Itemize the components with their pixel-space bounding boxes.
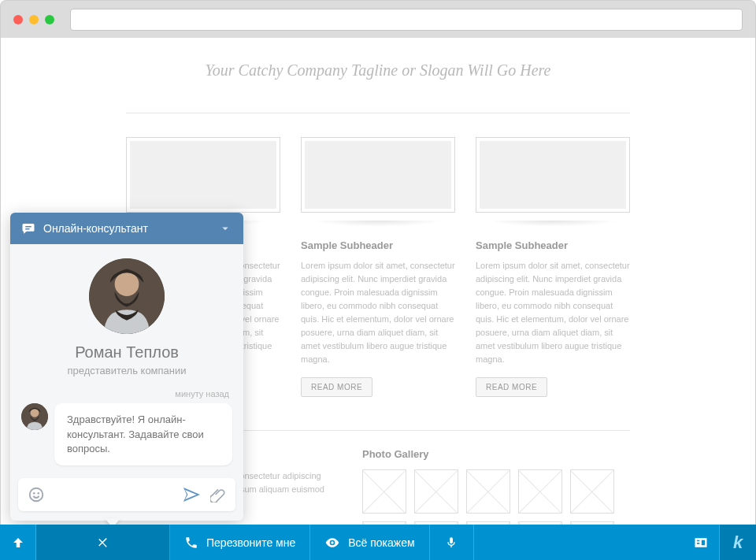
chat-operator-card: Роман Теплов представитель компании [10, 244, 243, 384]
scroll-top-button[interactable] [0, 525, 36, 560]
chat-icon [21, 221, 35, 235]
attachment-icon[interactable] [210, 487, 226, 503]
message-bubble: Здравствуйте! Я онлайн-консультант. Зада… [54, 403, 232, 465]
gallery-thumb[interactable] [518, 469, 562, 514]
operator-avatar [89, 258, 165, 334]
close-chat-button[interactable] [36, 525, 170, 560]
show-all-label: Всё покажем [348, 536, 414, 549]
microphone-button[interactable] [430, 525, 474, 560]
operator-avatar-small [21, 403, 48, 430]
svg-point-1 [115, 273, 139, 297]
card-text: Lorem ipsum dolor sit amet, consectetur … [476, 259, 630, 366]
gallery-section: Photo Gallery [362, 448, 630, 525]
gallery-grid [362, 469, 630, 525]
chevron-down-icon[interactable] [218, 221, 232, 235]
operator-name: Роман Теплов [24, 343, 229, 362]
card-image-placeholder [476, 137, 630, 213]
callback-label: Перезвоните мне [206, 536, 295, 549]
action-bar: Перезвоните мне Всё покажем k [0, 525, 756, 560]
gallery-thumb[interactable] [570, 469, 614, 514]
card: Sample Subheader Lorem ipsum dolor sit a… [301, 137, 455, 397]
card-shadow [301, 221, 455, 230]
chat-tail [105, 518, 120, 525]
gallery-thumb[interactable] [362, 469, 406, 514]
actionbar-spacer [474, 525, 682, 560]
card-text: Lorem ipsum dolor sit amet, consectetur … [301, 259, 455, 366]
operator-role: представитель компании [24, 365, 229, 376]
chat-widget: Онлайн-консультант Роман Теплов представ… [10, 213, 243, 521]
message-row: Здравствуйте! Я онлайн-консультант. Зада… [21, 403, 232, 465]
card: Sample Subheader Lorem ipsum dolor sit a… [476, 137, 630, 397]
gallery-thumb[interactable] [570, 521, 614, 525]
gallery-thumb[interactable] [414, 469, 458, 514]
message-timestamp: минуту назад [21, 389, 232, 399]
divider [126, 113, 630, 113]
url-bar[interactable] [70, 9, 743, 31]
contact-card-button[interactable] [682, 525, 720, 560]
svg-point-3 [31, 409, 39, 417]
read-more-button[interactable]: READ MORE [476, 377, 547, 397]
svg-point-4 [30, 488, 43, 502]
window-maximize-icon[interactable] [45, 15, 54, 24]
gallery-thumb[interactable] [466, 469, 510, 514]
browser-chrome [0, 0, 756, 38]
read-more-button[interactable]: READ MORE [301, 377, 372, 397]
chat-header-title: Онлайн-консультант [43, 222, 148, 235]
page-tagline: Your Catchy Company Tagline or Slogan Wi… [126, 61, 630, 80]
gallery-title: Photo Gallery [362, 448, 630, 460]
card-image-placeholder [301, 137, 455, 213]
gallery-thumb[interactable] [518, 521, 562, 525]
card-image-placeholder [126, 137, 280, 213]
send-icon[interactable] [182, 485, 201, 504]
gallery-thumb[interactable] [362, 521, 406, 525]
show-all-button[interactable]: Всё покажем [310, 525, 429, 560]
gallery-thumb[interactable] [466, 521, 510, 525]
chat-header[interactable]: Онлайн-консультант [10, 213, 243, 244]
svg-point-6 [37, 492, 39, 495]
window-close-icon[interactable] [13, 15, 23, 24]
brand-logo[interactable]: k [720, 525, 756, 560]
page-body: Your Catchy Company Tagline or Slogan Wi… [0, 38, 756, 525]
chat-thread: минуту назад Здравствуйте! Я онлайн-конс… [10, 384, 243, 475]
window-minimize-icon[interactable] [29, 15, 39, 24]
emoji-icon[interactable] [28, 486, 45, 503]
callback-button[interactable]: Перезвоните мне [170, 525, 310, 560]
svg-point-5 [33, 492, 35, 495]
card-subheader: Sample Subheader [301, 239, 455, 251]
gallery-thumb[interactable] [414, 521, 458, 525]
card-subheader: Sample Subheader [476, 239, 630, 251]
chat-input-bar[interactable] [18, 478, 235, 511]
card-shadow [476, 221, 630, 230]
